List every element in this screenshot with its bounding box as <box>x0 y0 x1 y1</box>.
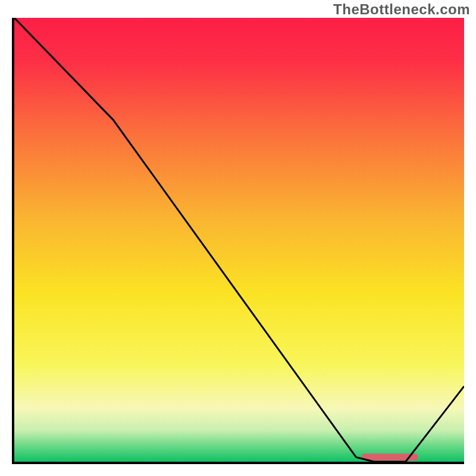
plot-area <box>12 18 464 464</box>
watermark-text: TheBottleneck.com <box>333 1 470 18</box>
gradient-background <box>14 18 464 462</box>
chart-svg <box>14 18 464 462</box>
chart-frame: TheBottleneck.com <box>0 0 476 476</box>
